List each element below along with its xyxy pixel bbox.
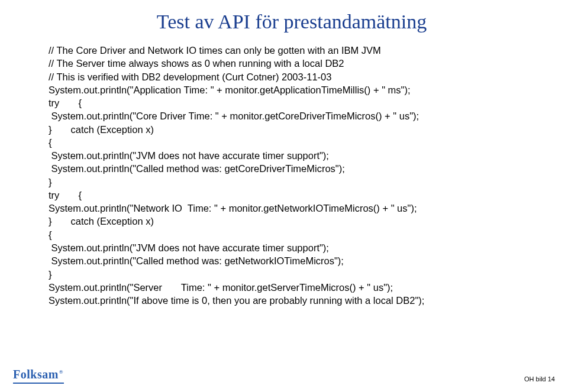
page-number: OH bild 14 bbox=[524, 375, 555, 383]
registered-icon: ® bbox=[59, 369, 63, 375]
document-page: Test av API för prestandamätning // The … bbox=[0, 0, 568, 392]
page-title: Test av API för prestandamätning bbox=[49, 11, 535, 33]
code-block: // The Core Driver and Network IO times … bbox=[49, 44, 535, 307]
logo-label: Folksam bbox=[13, 368, 59, 381]
logo: Folksam® bbox=[13, 368, 64, 384]
logo-underline bbox=[13, 383, 64, 384]
logo-text: Folksam® bbox=[13, 368, 63, 381]
